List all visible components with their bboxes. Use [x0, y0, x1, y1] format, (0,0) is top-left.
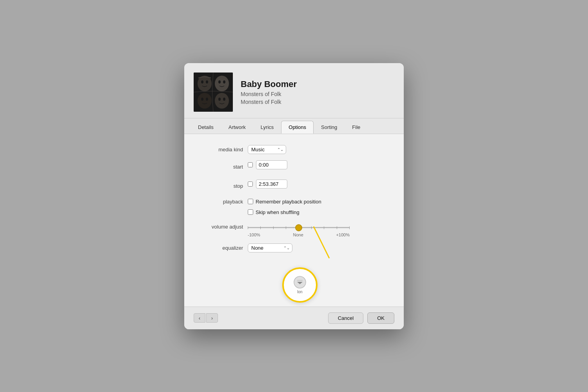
volume-slider-track [248, 224, 350, 232]
ok-button[interactable]: OK [367, 312, 394, 324]
equalizer-label: equalizer [200, 245, 243, 251]
svg-point-7 [198, 93, 212, 109]
start-checkbox[interactable] [248, 162, 253, 167]
equalizer-select[interactable]: None Acoustic Bass Booster [248, 243, 292, 252]
svg-point-11 [218, 98, 221, 101]
svg-point-4 [215, 76, 229, 91]
volume-slider-line [248, 227, 350, 228]
start-row: start [200, 160, 388, 173]
volume-slider-thumb[interactable] [295, 224, 302, 231]
skip-shuffling-row[interactable]: Skip when shuffling [248, 209, 321, 215]
prev-button[interactable]: ‹ [194, 313, 205, 323]
svg-point-5 [218, 80, 221, 83]
action-buttons: Cancel OK [328, 312, 394, 324]
stop-checkbox[interactable] [248, 181, 253, 187]
svg-point-3 [206, 80, 208, 83]
annotation-sub-label: lon [297, 290, 302, 294]
remember-playback-checkbox[interactable] [248, 199, 253, 204]
nav-buttons: ‹ › [194, 313, 218, 323]
media-kind-row: media kind Music Podcast Audiobook ⌃⌄ [200, 145, 388, 154]
dialog-content: media kind Music Podcast Audiobook ⌃⌄ st… [184, 134, 404, 307]
tab-details[interactable]: Details [191, 121, 221, 134]
tab-options[interactable]: Options [281, 121, 314, 134]
svg-point-8 [201, 98, 203, 101]
svg-point-9 [206, 98, 208, 101]
volume-row: volume adjust [200, 224, 388, 237]
playback-checkboxes: Remember playback position Skip when shu… [248, 199, 321, 218]
playback-label: playback [200, 199, 243, 205]
track-title: Baby Boomer [241, 79, 297, 89]
remember-playback-label: Remember playback position [256, 199, 321, 205]
tab-file[interactable]: File [345, 121, 368, 134]
stop-input-row [248, 180, 287, 189]
stop-input[interactable] [256, 180, 287, 189]
svg-point-10 [215, 93, 229, 109]
tab-lyrics[interactable]: Lyrics [253, 121, 281, 134]
next-button[interactable]: › [206, 313, 218, 323]
volume-adjust-label: volume adjust [200, 224, 243, 230]
skip-shuffling-checkbox[interactable] [248, 209, 253, 215]
skip-shuffling-label: Skip when shuffling [256, 209, 299, 215]
stop-label: stop [200, 183, 243, 189]
playback-row: playback Remember playback position Skip… [200, 199, 388, 218]
start-input-row [248, 160, 287, 169]
volume-slider-container: -100% None +100% [248, 224, 350, 237]
svg-point-12 [223, 98, 225, 101]
volume-max-label: +100% [336, 232, 350, 237]
tab-bar: Details Artwork Lyrics Options Sorting F… [184, 118, 404, 134]
tab-artwork[interactable]: Artwork [221, 121, 253, 134]
stop-row: stop [200, 180, 388, 192]
track-artist: Monsters of Folk [241, 91, 297, 97]
dialog-header: Baby Boomer Monsters of Folk Monsters of… [184, 63, 404, 118]
tab-sorting[interactable]: Sorting [314, 121, 345, 134]
track-info: Baby Boomer Monsters of Folk Monsters of… [241, 79, 297, 105]
svg-point-2 [201, 80, 203, 83]
dialog-footer: ‹ › Cancel OK [184, 307, 404, 329]
cancel-button[interactable]: Cancel [328, 312, 363, 324]
start-label: start [200, 164, 243, 170]
media-kind-select-wrapper: Music Podcast Audiobook ⌃⌄ [248, 145, 286, 154]
svg-point-6 [223, 80, 225, 83]
media-kind-label: media kind [200, 147, 243, 152]
volume-slider-labels: -100% None +100% [248, 232, 350, 237]
media-kind-select[interactable]: Music Podcast Audiobook [248, 145, 286, 154]
equalizer-row: equalizer None Acoustic Bass Booster ⌃⌄ [200, 243, 388, 252]
annotation-circle: lon [282, 267, 318, 303]
start-input[interactable] [256, 160, 287, 169]
album-art [194, 73, 233, 112]
annotation-inner: lon [293, 276, 307, 294]
scroll-icon [293, 276, 307, 289]
equalizer-select-wrapper: None Acoustic Bass Booster ⌃⌄ [248, 243, 292, 252]
song-info-dialog: Baby Boomer Monsters of Folk Monsters of… [184, 63, 404, 329]
volume-none-label: None [260, 232, 336, 237]
volume-min-label: -100% [248, 232, 260, 237]
remember-playback-row[interactable]: Remember playback position [248, 199, 321, 205]
track-album: Monsters of Folk [241, 99, 297, 105]
